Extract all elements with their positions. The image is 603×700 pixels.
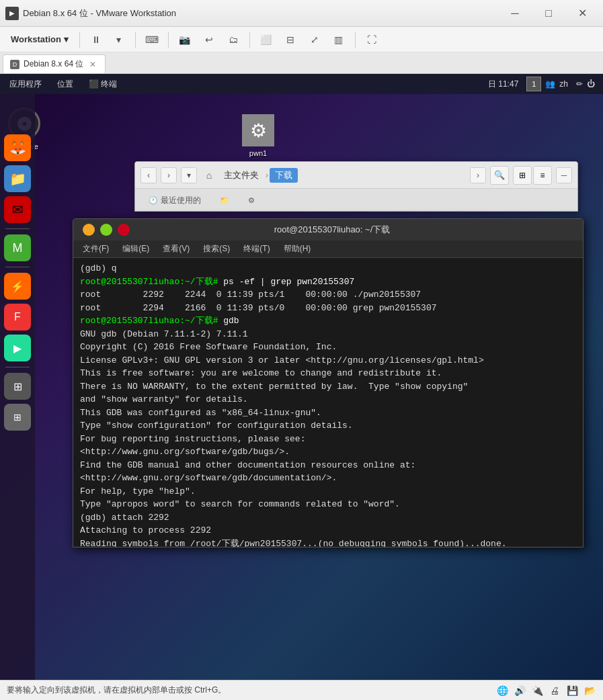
dock-item-mail[interactable]: ✉ — [4, 196, 31, 223]
dock-item-burp[interactable]: ⚡ — [4, 273, 31, 300]
view-fullscreen[interactable]: ⤢ — [304, 30, 325, 49]
network-icon: 🌐 — [495, 684, 509, 697]
close-button[interactable]: ✕ — [567, 3, 598, 24]
tab-bar: D Debian 8.x 64 位 ✕ — [0, 52, 603, 74]
maximize-button[interactable]: □ — [533, 3, 564, 24]
revert-button[interactable]: ↩ — [198, 30, 220, 49]
lang-indicator: zh — [559, 79, 568, 89]
location-label: 位置 — [57, 79, 73, 90]
fm-forward-button[interactable]: › — [161, 167, 177, 183]
fm-home-icon: ⌂ — [201, 167, 217, 183]
disk-icon: 💾 — [565, 684, 579, 697]
playback-controls: ⏸ ▾ — [85, 30, 130, 49]
pwn1-icon[interactable]: ⚙ pwn1 — [242, 114, 274, 157]
terminal-label: 终端 — [101, 79, 117, 90]
fm-expand-button[interactable]: › — [470, 167, 486, 183]
toolbar-separator-2 — [135, 32, 136, 48]
dock-separator-3 — [5, 367, 30, 367]
fm-tab-recent[interactable]: 🕐 最近使用的 — [140, 192, 209, 209]
users-icon: 👥 — [545, 79, 555, 89]
workstation-dropdown-arrow: ▾ — [64, 34, 69, 44]
terminal-maximize-button[interactable] — [100, 224, 112, 236]
snapshot-button[interactable]: 📷 — [174, 30, 196, 49]
view-options[interactable]: ▥ — [328, 30, 350, 49]
dock-item-chat[interactable]: ▶ — [4, 335, 31, 361]
pause-dropdown[interactable]: ▾ — [108, 30, 130, 49]
fm-minimize-button[interactable]: ─ — [556, 167, 572, 183]
fm-tab-recent-label: 最近使用的 — [161, 195, 201, 206]
workspace-indicator[interactable]: 1 — [526, 77, 541, 91]
dock-item-terminal[interactable]: F — [4, 304, 31, 331]
fm-path-downloads[interactable]: 下载 — [270, 168, 298, 183]
pen-icon: ✏ — [576, 79, 583, 89]
fm-tabs: 🕐 最近使用的 📁 ⚙ — [135, 189, 577, 212]
terminal-close-button[interactable] — [118, 224, 130, 236]
vm-tab-label: Debian 8.x 64 位 — [24, 58, 83, 70]
vm-tab-debian[interactable]: D Debian 8.x 64 位 ✕ — [3, 54, 106, 73]
term-menu-file[interactable]: 文件(F) — [77, 242, 114, 256]
dock-separator-1 — [5, 228, 30, 229]
fm-path-home[interactable]: 主文件夹 — [218, 168, 264, 183]
terminal-content[interactable]: (gdb) qroot@20155307liuhao:~/下载# ps -ef … — [73, 258, 583, 547]
snapshot-manager[interactable]: 🗂 — [223, 30, 244, 49]
title-icon: ▶ — [5, 7, 19, 20]
dock-item-firefox[interactable]: 🦊 — [4, 134, 31, 161]
terminal-minimize-button[interactable] — [83, 224, 95, 236]
toolbar-separator-3 — [168, 32, 169, 48]
power-icon: ⏻ — [587, 79, 595, 89]
fm-tab-folder[interactable]: 📁 — [212, 193, 237, 208]
vmware-toolbar: Workstation ▾ ⏸ ▾ ⌨ 📷 ↩ 🗂 ⬜ ⊟ ⤢ ▥ ⛶ — [0, 27, 603, 52]
window-controls: ─ □ ✕ — [499, 3, 598, 24]
term-menu-terminal[interactable]: 终端(T) — [238, 242, 275, 256]
send-ctrl-alt-del[interactable]: ⌨ — [141, 30, 163, 49]
workstation-button[interactable]: Workstation ▾ — [5, 32, 74, 47]
term-menu-search[interactable]: 搜索(S) — [198, 242, 235, 256]
vm-guest: 应用程序 位置 ⬛ 终端 日 11:47 1 👥 zh ✏ ⏻ — [0, 74, 603, 680]
debian-sys-icons: 1 👥 zh ✏ ⏻ — [526, 77, 599, 91]
fm-list-view[interactable]: ≡ — [533, 166, 552, 185]
fm-back-button[interactable]: ‹ — [140, 167, 157, 183]
term-menu-help[interactable]: 帮助(H) — [278, 242, 317, 256]
view-unity[interactable]: ⊟ — [280, 30, 301, 49]
vmware-window: ▶ Debian 8.x 64 位 - VMware Workstation ─… — [0, 0, 603, 700]
printer-icon: 🖨 — [548, 684, 561, 697]
term-menu-view[interactable]: 查看(V) — [157, 242, 195, 256]
desktop-area[interactable]: 🦊 📁 ✉ M ⚡ F ▶ ⊞ ⊞ 💿 Kali Live ⚙ — [0, 94, 603, 680]
file-manager-window: ‹ › ▾ ⌂ 主文件夹 › 下载 › 🔍 ⊞ ≡ ─ — [134, 161, 578, 212]
toolbar-separator-5 — [355, 32, 356, 48]
dock-item-settings[interactable]: ⊞ — [4, 373, 31, 400]
fm-grid-view[interactable]: ⊞ — [513, 166, 532, 185]
fm-view-buttons: ⊞ ≡ — [513, 166, 552, 185]
dock-item-config[interactable]: M — [4, 234, 31, 261]
dock-item-apps[interactable]: ⊞ — [4, 404, 31, 431]
fm-toolbar: ‹ › ▾ ⌂ 主文件夹 › 下载 › 🔍 ⊞ ≡ ─ — [135, 162, 577, 189]
fm-tab-settings[interactable]: ⚙ — [240, 193, 263, 208]
title-text: Debian 8.x 64 位 - VMware Workstation — [23, 7, 499, 19]
dock-item-files[interactable]: 📁 — [4, 165, 31, 192]
fm-path-bar: ⌂ 主文件夹 › 下载 — [201, 167, 466, 183]
toolbar-separator-1 — [79, 32, 80, 48]
minimize-button[interactable]: ─ — [499, 3, 530, 24]
terminal-menu[interactable]: ⬛ 终端 — [83, 77, 124, 91]
fm-path-separator: › — [266, 171, 268, 180]
toolbar-separator-4 — [249, 32, 250, 48]
bottom-bar-icons: 🌐 🔊 🔌 🖨 💾 📂 — [495, 684, 596, 697]
fm-search-button[interactable]: 🔍 — [490, 166, 509, 185]
terminal-title-bar: root@20155307liuhao: ~/下载 — [73, 219, 583, 240]
fullscreen-button[interactable]: ⛶ — [361, 30, 383, 49]
fm-tab-settings-icon: ⚙ — [248, 196, 255, 205]
view-normal[interactable]: ⬜ — [255, 30, 277, 49]
pause-button[interactable]: ⏸ — [85, 30, 107, 49]
pwn1-label: pwn1 — [249, 149, 267, 157]
left-dock: 🦊 📁 ✉ M ⚡ F ▶ ⊞ ⊞ — [0, 94, 35, 680]
fm-history-button[interactable]: ▾ — [181, 167, 197, 183]
vm-tab-close[interactable]: ✕ — [87, 59, 98, 70]
location-menu[interactable]: 位置 — [52, 77, 81, 91]
debian-clock: 日 11:47 — [483, 79, 524, 90]
apps-label: 应用程序 — [9, 79, 42, 90]
terminal-window: root@20155307liuhao: ~/下载 文件(F) 编辑(E) 查看… — [73, 218, 584, 548]
pwn1-img: ⚙ — [242, 114, 274, 146]
apps-menu[interactable]: 应用程序 — [4, 77, 49, 91]
workstation-label: Workstation — [11, 34, 61, 44]
term-menu-edit[interactable]: 编辑(E) — [117, 242, 155, 256]
